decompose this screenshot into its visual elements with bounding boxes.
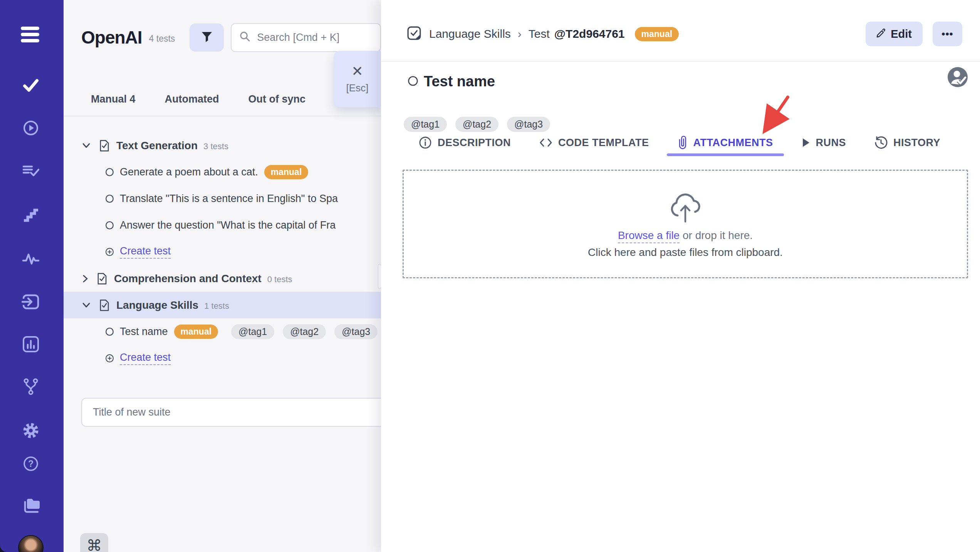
tag-pill[interactable]: @tag2 (455, 117, 498, 132)
test-row[interactable]: Answer the question "What is the capital… (64, 212, 381, 239)
tag-pill[interactable]: @tag3 (507, 117, 550, 132)
steps-stairs-icon[interactable] (22, 205, 40, 224)
suite-row-text-generation[interactable]: Text Generation 3 tests (64, 132, 381, 159)
test-circle-icon (105, 221, 114, 230)
tab-manual[interactable]: Manual 4 (91, 93, 136, 105)
suite-name[interactable]: Language Skills (116, 299, 198, 311)
manual-badge: manual (264, 165, 309, 179)
tag-pill[interactable]: @tag2 (283, 324, 326, 339)
test-row-test-name[interactable]: Test name manual @tag1 @tag2 @tag3 (64, 318, 381, 345)
active-tab-underline (667, 153, 784, 156)
tab-attachments[interactable]: ATTACHMENTS (678, 135, 773, 150)
suite-tree: Text Generation 3 tests Generate a poem … (64, 132, 381, 372)
history-icon (874, 136, 888, 149)
suite-file-icon (97, 273, 107, 285)
code-icon (539, 138, 552, 147)
chevron-right-icon[interactable] (82, 274, 88, 283)
runs-play-circle-icon[interactable] (22, 119, 40, 137)
test-tags: @tag1 @tag2 @tag3 (404, 117, 550, 132)
projects-folders-icon[interactable] (22, 496, 40, 514)
close-icon[interactable]: ✕ (351, 64, 363, 78)
header-divider (381, 61, 980, 62)
menu-icon[interactable] (21, 25, 39, 44)
create-test-row[interactable]: Create test (64, 345, 381, 372)
tests-check-icon[interactable] (22, 76, 40, 94)
paperclip-icon (678, 135, 688, 150)
test-row[interactable]: Translate "This is a sentence in English… (64, 185, 381, 212)
search-icon (239, 31, 251, 44)
breadcrumb-test-id[interactable]: @T2d964761 (554, 27, 625, 40)
app-root: ? OpenAI 4 tests ✕ [Esc] (0, 0, 980, 552)
activity-pulse-icon[interactable] (22, 250, 40, 268)
project-panel: OpenAI 4 tests ✕ [Esc] Manual 4 Automate… (64, 0, 381, 552)
circle-plus-icon (105, 247, 114, 256)
chevron-down-icon[interactable] (82, 302, 91, 308)
reports-bar-chart-icon[interactable] (22, 335, 40, 353)
create-test-link[interactable]: Create test (120, 352, 171, 365)
create-test-link[interactable]: Create test (120, 245, 171, 259)
more-options-button[interactable]: ••• (933, 22, 962, 46)
suite-row-language-skills[interactable]: Language Skills 1 tests (64, 292, 381, 318)
manual-badge: manual (174, 325, 218, 339)
tag-pill[interactable]: @tag1 (404, 117, 447, 132)
create-test-row[interactable]: Create test (64, 239, 381, 265)
test-circle-icon (408, 76, 418, 88)
test-circle-icon (105, 168, 114, 177)
file-dropzone[interactable]: Browse a file or drop it here. Click her… (403, 170, 968, 278)
suite-count: 1 tests (204, 301, 229, 311)
pencil-icon (876, 28, 886, 40)
filter-tabs: Manual 4 Automated Out of sync (64, 82, 381, 116)
breadcrumb-task-icon (407, 26, 421, 42)
edit-button-label: Edit (891, 28, 912, 40)
suite-row-comprehension[interactable]: Comprehension and Context 0 tests (64, 265, 381, 292)
search-box[interactable] (231, 23, 381, 52)
suite-count: 0 tests (267, 274, 292, 284)
tab-code-template[interactable]: CODE TEMPLATE (539, 137, 649, 149)
suite-name[interactable]: Text Generation (116, 140, 198, 152)
main-sidebar: ? (0, 0, 64, 552)
filter-button[interactable] (190, 24, 224, 52)
search-input[interactable] (257, 32, 373, 44)
test-name[interactable]: Test name (120, 326, 168, 338)
test-name[interactable]: Answer the question "What is the capital… (120, 219, 336, 231)
settings-gear-icon[interactable] (22, 421, 40, 440)
command-key-button[interactable]: ⌘ (80, 533, 108, 552)
chevron-down-icon[interactable] (82, 143, 91, 149)
funnel-icon (201, 31, 213, 44)
play-icon (802, 138, 810, 148)
drop-hint: or drop it here. (683, 229, 753, 241)
test-title: Test name (424, 73, 495, 90)
tab-runs[interactable]: RUNS (802, 137, 846, 149)
help-icon[interactable]: ? (22, 454, 40, 473)
test-name[interactable]: Generate a poem about a cat. (120, 166, 258, 178)
user-avatar[interactable] (18, 535, 44, 552)
tag-pill[interactable]: @tag1 (231, 324, 274, 339)
test-title-row: Test name (408, 73, 495, 90)
user-check-icon[interactable] (947, 66, 968, 89)
dropzone-line2: Click here and paste files from clipboar… (588, 246, 783, 259)
suite-name[interactable]: Comprehension and Context (114, 273, 262, 285)
svg-text:?: ? (28, 459, 34, 469)
manual-badge: manual (635, 27, 679, 41)
tab-description[interactable]: DESCRIPTION (419, 136, 511, 149)
dropzone-line1: Browse a file or drop it here. (618, 229, 753, 242)
browse-file-link[interactable]: Browse a file (618, 229, 680, 243)
git-branch-icon[interactable] (22, 377, 40, 396)
import-icon[interactable] (22, 293, 40, 311)
test-circle-icon (105, 194, 114, 203)
new-suite-title-input[interactable] (81, 398, 428, 427)
tag-pill[interactable]: @tag3 (334, 324, 378, 339)
test-name[interactable]: Translate "This is a sentence in English… (120, 193, 338, 205)
tab-out-of-sync[interactable]: Out of sync (248, 93, 306, 105)
test-row[interactable]: Generate a poem about a cat. manual (64, 159, 381, 185)
edit-button[interactable]: Edit (866, 22, 923, 46)
checklist-icon[interactable] (22, 162, 40, 181)
cloud-upload-icon (666, 191, 705, 225)
project-title: OpenAI (81, 27, 142, 48)
detail-tabs: DESCRIPTION CODE TEMPLATE ATTACHMENTS RU… (419, 130, 940, 155)
annotation-arrow (748, 93, 798, 137)
breadcrumb-suite-link[interactable]: Language Skills (429, 27, 511, 40)
tab-history[interactable]: HISTORY (874, 136, 940, 149)
suite-count: 3 tests (203, 141, 228, 151)
tab-automated[interactable]: Automated (165, 93, 219, 105)
